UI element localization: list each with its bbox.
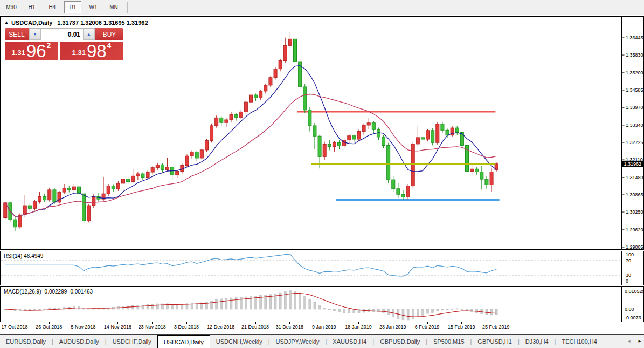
candle-body xyxy=(485,179,488,185)
candle-body xyxy=(161,165,164,169)
candle-body xyxy=(303,87,307,110)
chart-tab-audusd[interactable]: AUDUSD,Daily xyxy=(53,335,105,348)
volume-input[interactable]: 0.01 xyxy=(41,29,83,40)
candle-body xyxy=(92,196,95,206)
timeframe-button-h4[interactable]: H4 xyxy=(44,1,61,13)
macd-bar xyxy=(412,309,414,319)
triangle-down-icon: ▼ xyxy=(33,32,37,37)
candle-body xyxy=(200,150,203,158)
chart-tab-tech100[interactable]: TECH100,H4 xyxy=(556,335,603,348)
candle-body xyxy=(333,142,336,146)
macd-bar xyxy=(333,309,335,311)
buy-button[interactable]: BUY xyxy=(95,28,123,40)
macd-bar xyxy=(466,309,468,311)
candle-body xyxy=(421,138,424,139)
date-label: 21 Dec 2018 xyxy=(241,324,269,330)
macd-bar xyxy=(348,309,350,313)
price-axis-label: 1.29005 xyxy=(626,244,643,249)
timeframe-button-d1[interactable]: D1 xyxy=(64,1,81,13)
macd-bar xyxy=(147,305,149,309)
date-tick xyxy=(324,322,324,324)
candle-body xyxy=(87,206,91,221)
current-price-tag-label: 1.31962 xyxy=(624,161,642,167)
price-axis-label: 1.35830 xyxy=(626,52,643,58)
candle-body xyxy=(259,91,262,98)
macd-bar xyxy=(441,309,444,310)
chart-tab-usdcad[interactable]: USDCAD,Daily xyxy=(157,335,210,348)
date-tick xyxy=(49,322,50,324)
candle-body xyxy=(225,120,228,122)
candle-body xyxy=(283,45,287,60)
candle-body xyxy=(176,171,179,175)
candle-body xyxy=(210,126,213,141)
candle-body xyxy=(185,156,189,165)
price-axis-label: 1.35200 xyxy=(626,70,643,76)
tab-scroll-controls: ◄ ► xyxy=(622,335,642,348)
bid-price-box[interactable]: 1.31 96 2 xyxy=(5,42,58,60)
price-axis-label: 1.32725 xyxy=(626,140,643,145)
macd-bar xyxy=(314,302,316,309)
candle-body xyxy=(215,118,218,126)
macd-bar xyxy=(176,304,178,309)
chart-tab-usdjpy[interactable]: USDJPY,Weekly xyxy=(270,335,326,348)
chart-tab-gbpusd[interactable]: GBPUSD,Daily xyxy=(374,335,426,348)
volume-decrease-button[interactable]: ▼ xyxy=(29,29,41,40)
chart-tab-usdcnh[interactable]: USDCNH,Weekly xyxy=(210,335,268,348)
candle-body xyxy=(146,172,149,177)
candle-body xyxy=(67,188,71,190)
tab-scroll-right-icon[interactable]: ► xyxy=(638,339,642,344)
chart-tab-bar: EURUSD,Daily|AUDUSD,Daily|USDCHF,DailyUS… xyxy=(0,334,644,348)
volume-increase-button[interactable]: ▲ xyxy=(83,29,95,40)
candle-body xyxy=(426,131,430,139)
bid-price-pipette: 2 xyxy=(47,41,51,50)
candle-body xyxy=(28,206,31,208)
candle-body xyxy=(205,141,208,150)
chart-tab-dj30[interactable]: DJ30,H4 xyxy=(520,335,555,348)
macd-bar xyxy=(309,299,311,309)
date-label: 6 Feb 2019 xyxy=(415,324,440,330)
macd-bar xyxy=(49,309,51,309)
macd-bar xyxy=(88,309,90,309)
candle-body xyxy=(18,215,22,227)
candle-body xyxy=(377,129,380,137)
candle-body xyxy=(441,124,444,130)
timeframe-button-m30[interactable]: M30 xyxy=(3,1,20,13)
tab-scroll-left-icon[interactable]: ◄ xyxy=(627,339,631,344)
rsi-canvas[interactable]: 10070300 xyxy=(1,251,643,285)
date-axis: 17 Oct 201826 Oct 20185 Nov 201814 Nov 2… xyxy=(0,322,644,334)
main-chart-panel: ▲ USDCAD,Daily 1.31737 1.32006 1.31695 1… xyxy=(0,16,644,250)
macd-canvas[interactable]: 0.0105250.00-0.0073 xyxy=(1,287,643,322)
candle-body xyxy=(116,183,120,189)
timeframe-button-h1[interactable]: H1 xyxy=(23,1,40,13)
candle-body xyxy=(122,179,125,183)
candle-body xyxy=(348,136,351,140)
candle-body xyxy=(357,131,361,139)
candle-body xyxy=(63,188,66,192)
macd-bar xyxy=(446,309,448,310)
rsi-line xyxy=(5,254,496,276)
candle-body xyxy=(352,136,356,139)
date-tick xyxy=(84,322,84,324)
timeframe-button-w1[interactable]: W1 xyxy=(85,1,102,13)
date-tick xyxy=(255,322,256,324)
macd-histogram xyxy=(4,291,497,320)
macd-bar xyxy=(417,309,419,317)
chart-tab-usdchf[interactable]: USDCHF,Daily xyxy=(107,335,157,348)
chart-tab-gbpusd[interactable]: GBPUSD,H1 xyxy=(472,335,518,348)
sell-button[interactable]: SELL xyxy=(5,28,29,40)
chart-tab-xauusd[interactable]: XAUUSD,H4 xyxy=(327,335,372,348)
macd-bar xyxy=(83,308,85,309)
candle-body xyxy=(244,102,247,112)
price-axis-label: 1.33970 xyxy=(626,105,643,110)
macd-bar xyxy=(456,309,458,309)
date-label: 25 Feb 2019 xyxy=(482,324,510,330)
timeframe-button-mn[interactable]: MN xyxy=(105,1,122,13)
candle-body xyxy=(269,78,272,85)
chart-tab-eurusd[interactable]: EURUSD,Daily xyxy=(0,335,52,348)
candle-body xyxy=(318,136,321,156)
macd-bar xyxy=(225,298,227,309)
chart-tab-sp500[interactable]: SP500,M15 xyxy=(427,335,470,348)
candle-body xyxy=(166,167,169,170)
ask-price-box[interactable]: 1.31 98 4 xyxy=(60,42,123,60)
macd-bar xyxy=(437,309,439,311)
